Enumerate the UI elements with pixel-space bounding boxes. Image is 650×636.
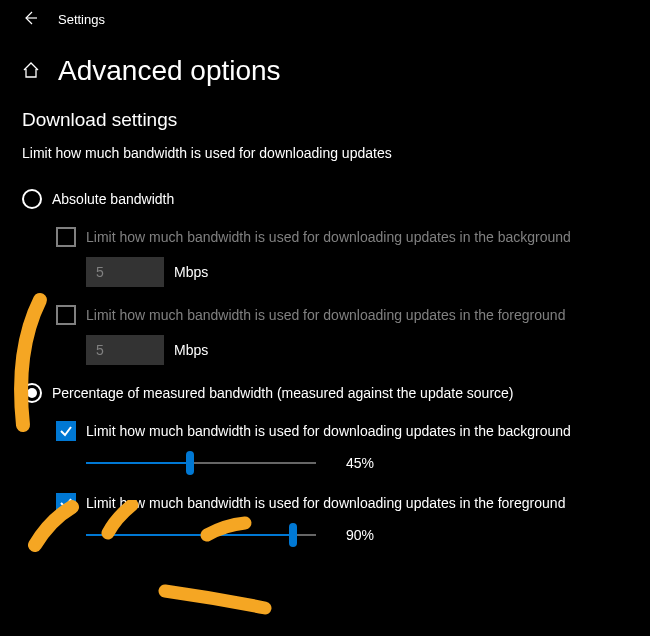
slider-fill (86, 462, 190, 464)
home-icon[interactable] (22, 61, 40, 82)
absolute-options: Limit how much bandwidth is used for dow… (22, 227, 628, 365)
checkbox-label: Limit how much bandwidth is used for dow… (86, 423, 571, 439)
app-name: Settings (58, 12, 105, 27)
slider-value: 90% (346, 527, 386, 543)
percentage-options: Limit how much bandwidth is used for dow… (22, 421, 628, 547)
slider-thumb (289, 523, 297, 547)
checkbox-icon (56, 493, 76, 513)
checkbox-label: Limit how much bandwidth is used for dow… (86, 307, 565, 323)
slider-row-bg: 45% (56, 451, 628, 475)
checkbox-absolute-fg[interactable]: Limit how much bandwidth is used for dow… (56, 305, 628, 325)
radio-label: Absolute bandwidth (52, 191, 174, 207)
checkbox-percentage-bg[interactable]: Limit how much bandwidth is used for dow… (56, 421, 628, 441)
radio-percentage-bandwidth[interactable]: Percentage of measured bandwidth (measur… (22, 383, 628, 403)
annotation-arrow-icon (155, 583, 285, 623)
radio-label: Percentage of measured bandwidth (measur… (52, 385, 514, 401)
unit-label: Mbps (174, 342, 208, 358)
page-title: Advanced options (58, 55, 281, 87)
slider-fill (86, 534, 293, 536)
checkbox-icon (56, 305, 76, 325)
back-icon[interactable] (22, 10, 38, 29)
absolute-fg-input-row: Mbps (56, 335, 628, 365)
checkbox-icon (56, 421, 76, 441)
radio-absolute-bandwidth[interactable]: Absolute bandwidth (22, 189, 628, 209)
checkbox-absolute-bg[interactable]: Limit how much bandwidth is used for dow… (56, 227, 628, 247)
slider-row-fg: 90% (56, 523, 628, 547)
unit-label: Mbps (174, 264, 208, 280)
titlebar: Settings (0, 0, 650, 39)
section-title: Download settings (22, 109, 628, 131)
content: Download settings Limit how much bandwid… (0, 109, 650, 547)
slider-fg-bandwidth[interactable] (86, 523, 316, 547)
checkbox-icon (56, 227, 76, 247)
section-subtitle: Limit how much bandwidth is used for dow… (22, 145, 628, 161)
checkbox-percentage-fg[interactable]: Limit how much bandwidth is used for dow… (56, 493, 628, 513)
slider-value: 45% (346, 455, 386, 471)
radio-icon (22, 189, 42, 209)
absolute-bg-input-row: Mbps (56, 257, 628, 287)
slider-bg-bandwidth[interactable] (86, 451, 316, 475)
checkbox-label: Limit how much bandwidth is used for dow… (86, 495, 565, 511)
radio-icon (22, 383, 42, 403)
header: Advanced options (0, 39, 650, 109)
slider-thumb (186, 451, 194, 475)
absolute-bg-mbps-input[interactable] (86, 257, 164, 287)
absolute-fg-mbps-input[interactable] (86, 335, 164, 365)
checkbox-label: Limit how much bandwidth is used for dow… (86, 229, 571, 245)
